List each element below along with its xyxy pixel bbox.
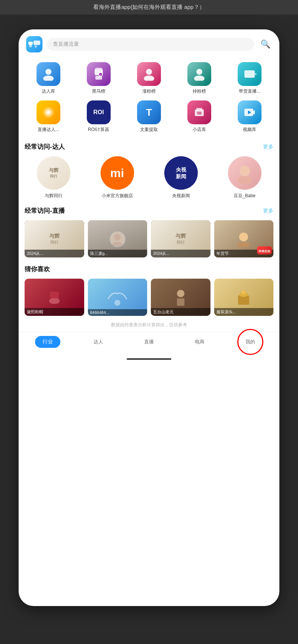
talent-row: 与辉 同行 与辉同行 mi 小米官方旗舰店 央视 新闻 [25,156,273,199]
grid-item-zhibo-daren[interactable]: 直播达人... [25,100,72,133]
diaopen-icon [187,62,211,86]
search-bar[interactable]: 查直播流量 [47,38,254,51]
svg-rect-0 [28,42,33,45]
top-bar: 看海外直播app(如何在海外观看直播 app？） [0,0,298,15]
top-bar-title: 看海外直播app(如何在海外观看直播 app？） [93,4,205,10]
nav-item-talent[interactable]: 达人 [73,339,124,345]
heima-icon: ✓ [87,62,111,86]
svg-point-34 [114,300,120,306]
grid-item-zhangfen[interactable]: 涨粉榜 [125,62,172,94]
frequent-live-more[interactable]: 更多 [263,208,273,214]
live-row: 与辉 同行 2024从... 陈三废g... 与辉 [25,220,273,257]
nav-talent-label: 达人 [93,339,103,345]
diaopen-label: 掉粉榜 [193,88,206,94]
guess-title: 猜你喜欢 [25,265,50,273]
daihuo-label: 带货直播... [239,88,260,94]
svg-rect-1 [34,41,40,45]
guess-label-1: 黛熙鞋帽 [25,308,84,316]
phone-frame: 查直播流量 🔍 达人库 ✓ 黑马榜 涨粉榜 掉粉榜 [19,29,279,606]
talent-library-label: 达人库 [42,88,55,94]
zhangfen-icon [137,62,161,86]
guess-you-like-section: 猜你喜欢 黛熙鞋帽 8466484... 五台山老元 [19,265,279,316]
live-item-3[interactable]: 与辉 同行 2024从... [151,220,210,257]
live-item-1[interactable]: 与辉 同行 2024从... [25,220,84,257]
nav-row: 行业 达人 直播 电商 我的 [19,336,279,348]
nav-active-industry[interactable]: 行业 [35,336,60,348]
svg-point-28 [114,234,121,241]
nav-mine-label: 我的 [245,339,255,345]
grid-item-xiaodian[interactable]: 小店库 [176,100,223,133]
svg-point-35 [177,290,184,297]
talent-item-cctv[interactable]: 央视 新闻 央视新闻 [152,156,210,199]
svg-marker-7 [95,68,103,69]
grid-item-video[interactable]: 视频库 [226,100,273,133]
frequent-talent-header: 经常访问-达人 更多 [25,142,273,151]
wenen-icon: T [137,100,161,124]
talent-library-icon [37,62,60,86]
cctv-name: 央视新闻 [172,193,190,199]
frequent-live-title: 经常访问-直播 [25,206,65,215]
grid-item-talent-library[interactable]: 达人库 [25,62,72,94]
svg-marker-16 [255,72,256,76]
video-label: 视频库 [243,126,256,133]
wenen-label: 文案提取 [140,126,158,133]
cctv-avatar: 央视 新闻 [164,156,198,190]
svg-point-11 [146,69,152,75]
frequent-live-section: 经常访问-直播 更多 与辉 同行 2024从... 陈三 [19,206,279,257]
svg-point-3 [35,45,37,48]
svg-point-5 [43,76,54,81]
nav-ecommerce-label: 电商 [195,339,205,345]
grid-item-diaopen[interactable]: 掉粉榜 [176,62,223,94]
svg-rect-15 [244,70,255,78]
talent-item-doudou[interactable]: 豆豆_Babe [216,156,273,199]
search-placeholder: 查直播流量 [53,41,79,47]
frequent-talent-more[interactable]: 更多 [263,144,273,150]
guess-item-2[interactable]: 8466484... [88,279,148,316]
live-item-2[interactable]: 陈三废g... [88,220,148,257]
svg-point-12 [144,76,154,81]
zhangfen-label: 涨粉榜 [142,88,156,94]
svg-point-26 [240,166,250,176]
grid-item-roi[interactable]: ROI ROI计算器 [75,100,122,133]
grid-item-wenen[interactable]: T 文案提取 [125,100,172,133]
yuhui-name: 与辉同行 [45,193,63,199]
guess-label-3: 五台山老元 [151,308,210,316]
nav-item-ecommerce[interactable]: 电商 [174,339,225,345]
nav-item-mine[interactable]: 我的 [225,339,276,345]
live-label-3: 2024从... [151,250,210,257]
search-button[interactable]: 🔍 [259,38,272,51]
svg-point-13 [196,69,202,75]
svg-point-29 [112,242,123,246]
mi-name: 小米官方旗舰店 [102,193,133,199]
guess-item-1[interactable]: 黛熙鞋帽 [25,279,84,316]
talent-item-mi[interactable]: mi 小米官方旗舰店 [88,156,146,199]
nav-item-industry[interactable]: 行业 [22,336,73,348]
bottom-nav: 行业 达人 直播 电商 我的 [19,332,279,355]
zhibo-daren-icon [37,100,60,124]
svg-point-39 [242,291,245,294]
heima-label: 黑马榜 [92,88,105,94]
guess-item-3[interactable]: 五台山老元 [151,279,210,316]
xiaodian-icon [187,100,211,124]
grid-item-daihuo[interactable]: 带货直播... [226,62,273,94]
doudou-avatar [228,156,261,190]
guess-item-4[interactable]: 服装源头... [214,279,274,316]
live-item-4[interactable]: 年终狂欢 年货节 [214,220,274,257]
zhibo-daren-label: 直播达人... [38,126,59,133]
svg-rect-21 [196,108,202,110]
svg-rect-33 [50,292,59,304]
icon-grid: 达人库 ✓ 黑马榜 涨粉榜 掉粉榜 带货直播... [19,56,279,139]
live-label-1: 2024从... [25,250,84,257]
svg-point-19 [47,111,50,114]
guess-header: 猜你喜欢 [25,265,273,273]
grid-item-heima[interactable]: ✓ 黑马榜 [75,62,122,94]
svg-point-14 [194,76,205,81]
nav-item-live[interactable]: 直播 [124,339,174,345]
guess-label-2: 8466484... [88,309,148,316]
svg-point-27 [238,176,251,184]
svg-rect-36 [177,298,184,306]
doudou-name: 豆豆_Babe [234,193,256,199]
talent-item-yuhui[interactable]: 与辉 同行 与辉同行 [25,156,82,199]
guess-label-4: 服装源头... [214,308,274,316]
app-logo [26,36,42,52]
